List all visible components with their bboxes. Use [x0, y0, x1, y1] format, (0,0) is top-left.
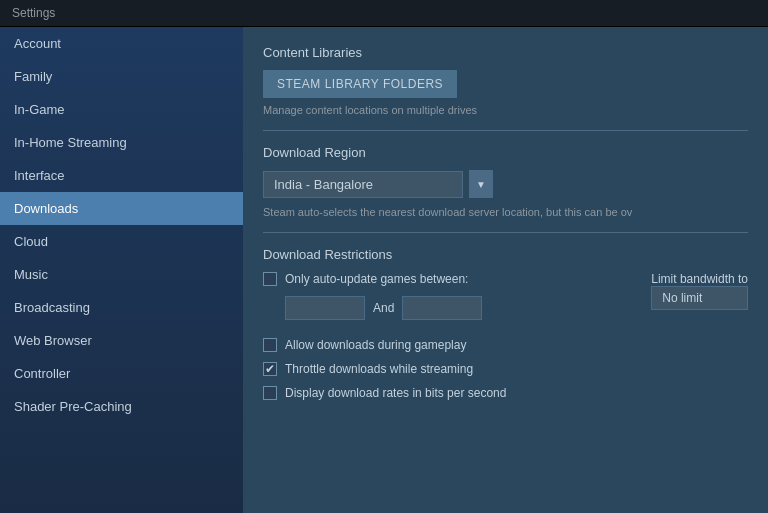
auto-update-row: Only auto-update games between:: [263, 272, 631, 286]
display-rates-label: Display download rates in bits per secon…: [285, 386, 506, 400]
sidebar-item-in-game[interactable]: In-Game: [0, 93, 243, 126]
display-rates-checkbox[interactable]: [263, 386, 277, 400]
title-bar-label: Settings: [12, 6, 55, 20]
allow-downloads-row: Allow downloads during gameplay: [263, 338, 748, 352]
content-libraries-description: Manage content locations on multiple dri…: [263, 104, 748, 116]
download-region-description: Steam auto-selects the nearest download …: [263, 206, 748, 218]
sidebar-item-family[interactable]: Family: [0, 60, 243, 93]
download-restrictions-section: Download Restrictions Only auto-update g…: [263, 247, 748, 400]
throttle-downloads-checkbox[interactable]: ✔: [263, 362, 277, 376]
time-end-input[interactable]: [402, 296, 482, 320]
sidebar-item-interface[interactable]: Interface: [0, 159, 243, 192]
auto-update-checkbox[interactable]: [263, 272, 277, 286]
sidebar-item-in-home-streaming[interactable]: In-Home Streaming: [0, 126, 243, 159]
content-libraries-section: Content Libraries STEAM LIBRARY FOLDERS …: [263, 45, 748, 116]
content-area: Content Libraries STEAM LIBRARY FOLDERS …: [243, 27, 768, 513]
steam-library-folders-button[interactable]: STEAM LIBRARY FOLDERS: [263, 70, 457, 98]
sidebar-item-downloads[interactable]: Downloads: [0, 192, 243, 225]
title-bar: Settings: [0, 0, 768, 27]
sidebar-item-cloud[interactable]: Cloud: [0, 225, 243, 258]
allow-downloads-checkbox[interactable]: [263, 338, 277, 352]
sidebar: AccountFamilyIn-GameIn-Home StreamingInt…: [0, 27, 243, 513]
throttle-downloads-row: ✔ Throttle downloads while streaming: [263, 362, 748, 376]
download-region-selected: India - Bangalore: [274, 177, 373, 192]
restrictions-flex-row: Only auto-update games between: And Limi…: [263, 272, 748, 330]
right-col: Limit bandwidth to No limit: [651, 272, 748, 310]
limit-bandwidth-label: Limit bandwidth to: [651, 272, 748, 286]
divider-1: [263, 130, 748, 131]
time-input-group: And: [285, 296, 631, 320]
sidebar-item-music[interactable]: Music: [0, 258, 243, 291]
dropdown-arrow-icon[interactable]: ▼: [469, 170, 493, 198]
divider-2: [263, 232, 748, 233]
time-start-input[interactable]: [285, 296, 365, 320]
sidebar-item-account[interactable]: Account: [0, 27, 243, 60]
sidebar-item-controller[interactable]: Controller: [0, 357, 243, 390]
left-col: Only auto-update games between: And: [263, 272, 631, 330]
content-libraries-title: Content Libraries: [263, 45, 748, 60]
display-rates-row: Display download rates in bits per secon…: [263, 386, 748, 400]
download-region-section: Download Region India - Bangalore ▼ Stea…: [263, 145, 748, 218]
throttle-downloads-label: Throttle downloads while streaming: [285, 362, 473, 376]
sidebar-item-web-browser[interactable]: Web Browser: [0, 324, 243, 357]
sidebar-item-broadcasting[interactable]: Broadcasting: [0, 291, 243, 324]
checkmark-icon: ✔: [265, 363, 275, 375]
limit-bandwidth-value[interactable]: No limit: [651, 286, 748, 310]
main-layout: AccountFamilyIn-GameIn-Home StreamingInt…: [0, 27, 768, 513]
download-region-title: Download Region: [263, 145, 748, 160]
sidebar-item-shader-pre-caching[interactable]: Shader Pre-Caching: [0, 390, 243, 423]
download-region-dropdown[interactable]: India - Bangalore: [263, 171, 463, 198]
download-restrictions-title: Download Restrictions: [263, 247, 748, 262]
and-label: And: [373, 301, 394, 315]
auto-update-label: Only auto-update games between:: [285, 272, 468, 286]
download-region-row: India - Bangalore ▼: [263, 170, 748, 198]
allow-downloads-label: Allow downloads during gameplay: [285, 338, 466, 352]
